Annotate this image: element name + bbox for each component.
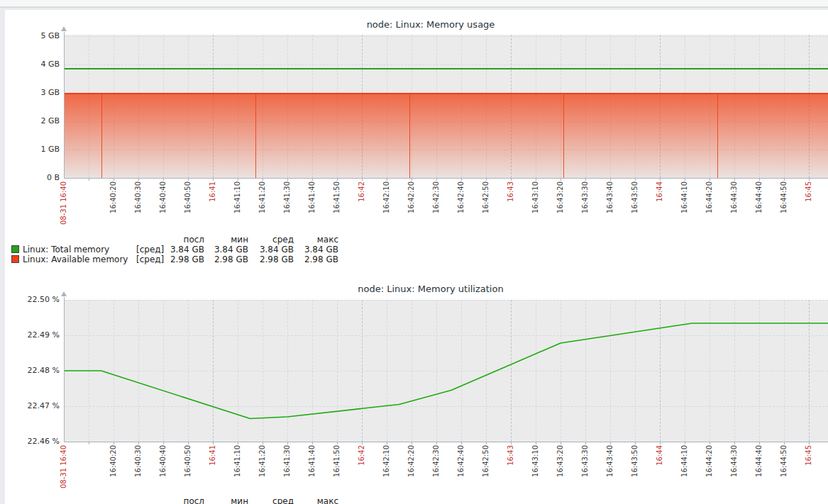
x-axis-tick	[784, 442, 785, 444]
available-memory-area	[65, 94, 828, 178]
x-axis-tick	[312, 179, 313, 181]
x-axis-tick	[138, 179, 139, 181]
x-axis-tick	[660, 179, 661, 181]
legend-col-header: мин	[206, 496, 248, 504]
legend-swatch	[11, 245, 19, 253]
x-tick-label: 16:41:20	[258, 181, 267, 213]
x-tick-label: 16:40:40	[159, 445, 167, 477]
x-tick-label: 16:42:30	[432, 445, 441, 477]
legend-col-header: макс	[296, 496, 338, 504]
x-axis-tick	[635, 442, 636, 444]
x-tick-label: 16:43:20	[556, 181, 565, 213]
x-axis-tick	[610, 442, 611, 444]
x-axis-tick	[263, 442, 263, 444]
x-axis-tick	[461, 442, 462, 444]
x-axis-tick	[387, 179, 387, 181]
x-axis-tick	[412, 179, 412, 181]
y-tick-label: 22.48 %	[14, 366, 60, 375]
x-tick-label: 16:44:20	[705, 181, 714, 213]
x-axis-tick	[89, 179, 89, 181]
x-tick-label: 16:44:30	[730, 181, 739, 213]
x-axis-tick	[585, 179, 586, 181]
legend-func-label: [сред]	[136, 245, 164, 254]
x-tick-label: 16:43:10	[531, 445, 540, 477]
x-tick-label: 16:40:50	[184, 181, 192, 213]
gridline-horizontal	[65, 65, 828, 65]
x-axis-tick	[362, 179, 363, 181]
available-memory-line	[65, 93, 828, 94]
x-axis-tick	[734, 179, 735, 181]
x-axis-line	[64, 178, 828, 179]
x-tick-label: 16:42:20	[407, 445, 416, 477]
x-axis-tick	[511, 442, 512, 444]
x-axis-tick	[461, 179, 462, 181]
legend-stat-avg: 3.84 GB	[251, 245, 294, 254]
x-tick-label: 16:42:10	[382, 181, 391, 213]
x-tick-label: 16:40:50	[184, 445, 192, 477]
legend-col-header: сред	[251, 496, 294, 504]
x-tick-label: 16:44:20	[705, 445, 714, 477]
utilization-line	[65, 323, 828, 419]
x-axis-tick	[163, 442, 164, 444]
y-tick-label: 0 B	[14, 174, 60, 182]
x-tick-label: 16:43:50	[631, 445, 639, 477]
x-tick-label: 16:43:40	[606, 181, 614, 213]
area-separator	[409, 94, 410, 178]
x-axis-tick	[759, 179, 760, 181]
x-axis-tick	[312, 442, 313, 444]
legend-stat-last: 3.84 GB	[162, 245, 204, 254]
area-separator	[563, 94, 564, 178]
y-tick-label: 22.49 %	[14, 331, 60, 340]
legend-col-header: макс	[296, 235, 338, 245]
legend-stat-min: 3.84 GB	[206, 245, 248, 254]
x-tick-label: 16:41:20	[258, 445, 267, 477]
x-tick-label: 16:42:40	[457, 445, 465, 477]
x-tick-label: 16:44	[656, 181, 664, 202]
x-axis-tick	[362, 442, 363, 444]
x-tick-label: 16:40:20	[109, 445, 118, 477]
x-axis-tick	[536, 442, 536, 444]
y-axis-arrow-icon	[61, 291, 67, 296]
legend-row: Linux: Available memory[сред]2.98 GB2.98…	[11, 254, 352, 264]
x-axis-tick	[163, 179, 164, 181]
legend-func-label: [сред]	[136, 254, 164, 264]
x-axis-tick	[89, 442, 89, 444]
legend-stat-min: 2.98 GB	[206, 254, 248, 264]
x-axis-tick	[238, 442, 238, 444]
x-tick-label: 16:43:20	[556, 445, 565, 477]
x-tick-label: 16:42	[358, 181, 366, 202]
x-tick-label: 16:40:40	[159, 181, 167, 213]
utilization-line-canvas	[65, 300, 828, 442]
x-tick-label: 16:42:20	[407, 181, 416, 213]
x-axis-tick	[635, 179, 636, 181]
x-axis-tick	[287, 442, 288, 444]
x-tick-label: 16:43:50	[631, 181, 639, 213]
x-tick-label: 16:43:30	[581, 445, 590, 477]
x-tick-label: 08-31 16:40	[60, 181, 68, 225]
x-axis-tick	[561, 179, 561, 181]
x-axis-tick	[734, 442, 735, 444]
legend-stat-last: 2.98 GB	[162, 254, 204, 264]
legend-series-label: Linux: Total memory	[23, 245, 109, 254]
y-axis-arrow-icon	[61, 26, 67, 31]
x-axis-tick	[486, 179, 487, 181]
x-axis-tick	[213, 442, 214, 444]
graphs-stage: node: Linux: Memory usage 5 GB4 GB3 GB2 …	[0, 0, 828, 504]
x-tick-label: 16:42:40	[457, 181, 465, 213]
x-tick-label: 16:41:50	[333, 445, 341, 477]
x-tick-label: 16:42:50	[482, 445, 490, 477]
legend-stat-avg: 2.98 GB	[251, 254, 294, 264]
x-tick-label: 16:41:10	[233, 445, 242, 477]
x-tick-label: 16:41:10	[233, 181, 242, 213]
y-tick-label: 3 GB	[14, 89, 60, 97]
x-axis-tick	[188, 442, 189, 444]
x-axis-tick	[337, 442, 338, 444]
x-tick-label: 16:44:50	[780, 445, 788, 477]
x-tick-label: 16:43	[507, 445, 515, 466]
x-tick-label: 16:43:30	[581, 181, 590, 213]
x-tick-label: 16:44	[656, 445, 664, 466]
x-tick-label: 16:42:50	[482, 181, 490, 213]
legend-col-header: посл	[162, 496, 204, 504]
x-axis-tick	[486, 442, 487, 444]
x-tick-label: 16:44:50	[780, 181, 788, 213]
